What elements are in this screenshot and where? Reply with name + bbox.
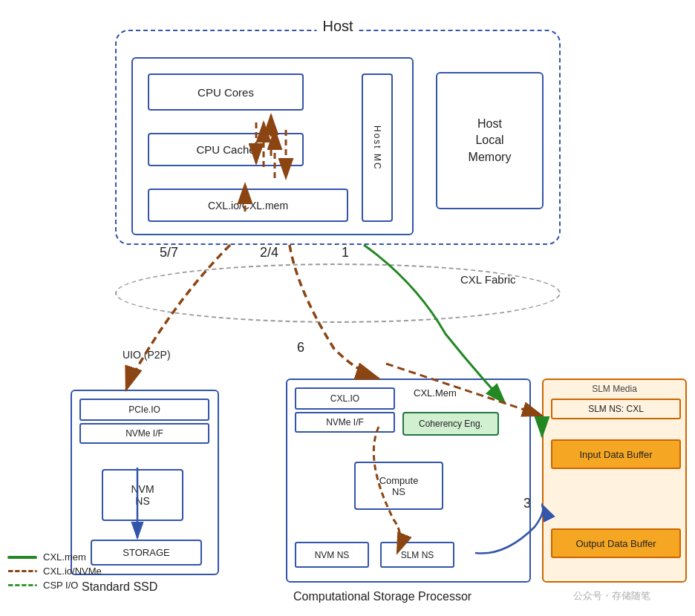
input-data-buffer-label: Input Data Buffer [579,449,652,460]
output-data-buffer: Output Data Buffer [551,528,681,558]
nvm-ns-csp: NVM NS [295,542,369,568]
uio-label: UIO (P2P) [123,349,171,361]
host-label: Host [316,18,359,35]
slm-media-title: SLM Media [592,384,637,394]
legend-label-cxlio: CXL.io/NVMe [43,566,102,577]
csp-container: CXL.IO NVMe I/F CXL.Mem Coherency Eng. C… [286,379,531,583]
coherency-eng-label: Coherency Eng. [419,419,483,429]
csp-label: Computational Storage Processor [293,590,472,603]
label-57: 5/7 [160,245,178,261]
host-outer-box: Host CPU Cores CPU Cache CXL.io/CXL.mem … [115,30,561,245]
cxlio-label: CXL.io/CXL.mem [208,200,288,212]
nvme-if-right-label: NVMe I/F [326,417,364,427]
host-mc-label: Host MC [372,125,382,171]
nvme-if-box-left: NVMe I/F [79,423,209,444]
slm-media-container: SLM Media SLM NS: CXL Input Data Buffer … [542,379,687,583]
slm-ns-cxl-box: SLM NS: CXL [551,399,681,419]
compute-ns-label: ComputeNS [379,475,419,497]
cxl-fabric-ellipse [115,263,561,323]
storage-label: STORAGE [123,547,169,558]
legend-label-cxl-mem: CXL.mem [43,551,86,563]
cpu-cores-label: CPU Cores [198,86,254,99]
legend-line-brown [7,570,37,572]
input-data-buffer: Input Data Buffer [551,439,681,469]
nvm-ns-csp-label: NVM NS [315,550,350,560]
nvme-if-right: NVMe I/F [295,412,395,433]
slm-ns-csp: SLM NS [380,542,454,568]
nvm-ns-label: NVMNS [131,483,154,507]
diagram-container: Host CPU Cores CPU Cache CXL.io/CXL.mem … [0,0,695,616]
pcie-io-box: PCIe.IO [79,399,209,421]
label-6: 6 [297,340,304,355]
label-1: 1 [342,245,349,261]
legend-item-cxl-mem: CXL.mem [7,551,102,563]
legend-line-green-dash [7,584,37,586]
pcie-io-label: PCIe.IO [128,404,160,415]
host-local-memory-box: HostLocalMemory [436,72,544,209]
host-mc-box: Host MC [362,73,393,222]
slm-ns-csp-label: SLM NS [401,550,434,560]
label-24: 2/4 [260,245,278,261]
legend: CXL.mem CXL.io/NVMe CSP I/O [7,551,102,594]
slm-ns-cxl-label: SLM NS: CXL [588,404,644,414]
storage-box: STORAGE [91,540,202,566]
coherency-eng-box: Coherency Eng. [402,412,499,436]
cpu-cache-box: CPU Cache [148,133,304,166]
cpu-cores-box: CPU Cores [148,73,304,111]
host-local-memory-label: HostLocalMemory [469,116,512,166]
watermark-text: 公众号・存储随笔 [573,590,650,601]
cxl-fabric-label: CXL Fabric [460,273,515,286]
standard-ssd-container: PCIe.IO NVMe I/F NVMNS STORAGE [71,390,219,575]
cxl-mem-label: CXL.Mem [414,387,457,399]
legend-label-cspio: CSP I/O [43,580,78,591]
output-data-buffer-label: Output Data Buffer [575,538,656,549]
host-inner-box: CPU Cores CPU Cache CXL.io/CXL.mem Host … [131,57,414,235]
cpu-cache-label: CPU Cache [196,143,255,156]
legend-line-green [7,556,37,559]
nvm-ns-box: NVMNS [102,469,183,521]
csp-cxlio-label: CXL.IO [330,393,359,404]
cxlio-box: CXL.io/CXL.mem [148,189,348,222]
cxlio-top-box: CXL.IO [295,387,395,410]
legend-item-cspio: CSP I/O [7,580,102,591]
watermark: 公众号・存储随笔 [573,589,650,603]
nvme-if-left-label: NVMe I/F [125,428,163,439]
compute-ns-box: ComputeNS [354,462,443,510]
legend-item-cxlio: CXL.io/NVMe [7,566,102,577]
